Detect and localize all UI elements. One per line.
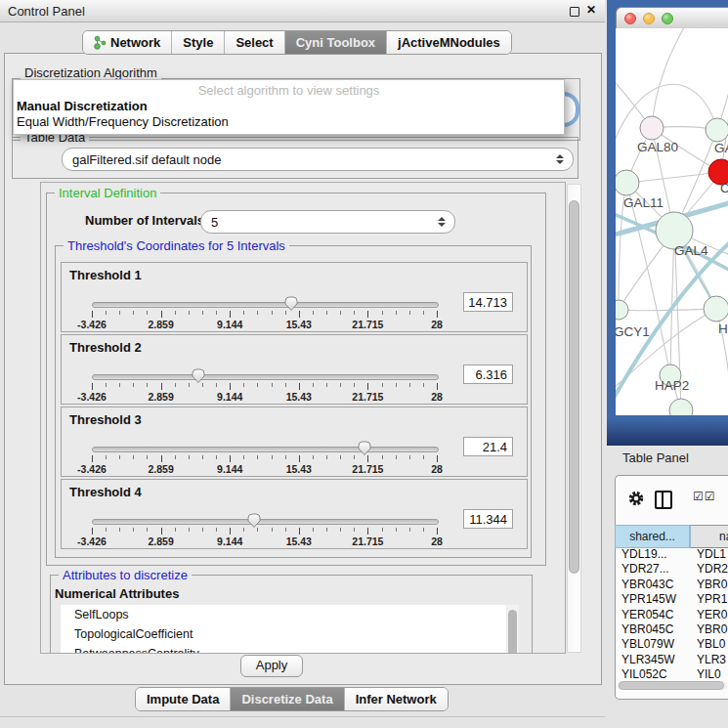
slider-tick xyxy=(285,383,286,387)
table-row[interactable]: YPR145WYPR1 xyxy=(616,592,728,607)
cell-shared-name[interactable]: YPR145W xyxy=(616,592,689,607)
cell-name[interactable]: YDL1 xyxy=(689,547,726,562)
attributes-scrollbar-thumb[interactable] xyxy=(508,610,517,654)
slider-track[interactable] xyxy=(92,302,439,308)
table-horizontal-scrollbar-thumb[interactable] xyxy=(619,681,724,690)
threshold-value-field[interactable]: 11.344 xyxy=(463,509,513,529)
cell-name[interactable]: YIL0 xyxy=(689,667,721,679)
slider-track[interactable] xyxy=(92,447,439,452)
slider-tick xyxy=(147,455,148,459)
cell-shared-name[interactable]: YBR045C xyxy=(616,622,689,637)
slider-tick xyxy=(409,311,410,315)
table-row[interactable]: YDL19...YDL1 xyxy=(616,547,728,562)
cell-shared-name[interactable]: YBL079W xyxy=(616,637,689,652)
slider-tick xyxy=(396,455,397,459)
table-data-combobox[interactable]: galFiltered.sif default node xyxy=(62,148,574,171)
cell-shared-name[interactable]: YLR345W xyxy=(616,653,689,667)
slider-thumb[interactable] xyxy=(283,295,299,312)
slider-tick xyxy=(230,455,231,462)
tab-jactivemnodules[interactable]: jActiveMNodules xyxy=(387,31,511,54)
attributes-scrollbar[interactable] xyxy=(507,605,519,654)
traffic-light-zoom-icon[interactable] xyxy=(662,13,673,24)
cell-name[interactable]: YER0 xyxy=(689,608,727,622)
table-row[interactable]: YLR345WYLR3 xyxy=(616,653,728,667)
threshold-value-field[interactable]: 14.713 xyxy=(463,292,513,312)
table-row[interactable]: YBL079WYBL0 xyxy=(616,637,728,652)
table-row[interactable]: YBR043CYBR0 xyxy=(616,578,728,592)
attribute-list-item[interactable]: BetweennessCentrality xyxy=(61,644,506,654)
combo-spinner-icon xyxy=(437,217,446,227)
slider-tick xyxy=(313,455,314,459)
slider-tick xyxy=(367,528,368,535)
slider-thumb[interactable] xyxy=(357,440,372,456)
network-window-frame-shade xyxy=(607,418,728,446)
tab-style[interactable]: Style xyxy=(172,31,225,54)
network-window-titlebar[interactable] xyxy=(616,7,728,30)
slider-tick xyxy=(133,311,134,315)
slider-track[interactable] xyxy=(92,374,439,380)
slider-tick xyxy=(437,383,438,390)
number-of-intervals-label: Number of Intervals xyxy=(85,213,204,228)
interval-definition-group: Interval Definition Number of Intervals … xyxy=(46,193,546,566)
traffic-light-minimize-icon[interactable] xyxy=(643,13,655,24)
algorithm-option-1[interactable]: Manual Discretization xyxy=(17,99,148,113)
cell-shared-name[interactable]: YBR043C xyxy=(616,578,689,592)
slider-track[interactable] xyxy=(92,519,439,525)
float-window-icon[interactable] xyxy=(570,7,579,17)
cell-shared-name[interactable]: YIL052C xyxy=(616,667,689,679)
cell-name[interactable]: YDR2 xyxy=(689,562,728,577)
table-horizontal-scrollbar[interactable] xyxy=(618,681,727,690)
tab-network[interactable]: Network xyxy=(83,31,172,54)
slider-thumb[interactable] xyxy=(191,367,206,384)
interval-definition-title: Interval Definition xyxy=(55,186,160,200)
apply-button[interactable]: Apply xyxy=(240,655,303,677)
slider-tick xyxy=(382,528,383,532)
cell-name[interactable]: YPR1 xyxy=(689,592,727,607)
column-header-shared-name[interactable]: shared... xyxy=(616,526,690,547)
panel-scrollbar-thumb[interactable] xyxy=(569,200,579,574)
tab-cyni-toolbox[interactable]: Cyni Toolbox xyxy=(285,31,387,54)
slider-tick xyxy=(216,383,217,387)
close-icon[interactable]: ✕ xyxy=(586,3,596,17)
bottom-tab-discretize-data[interactable]: Discretize Data xyxy=(231,688,344,710)
bottom-tab-infer-network[interactable]: Infer Network xyxy=(345,688,448,710)
panel-scrollbar[interactable] xyxy=(567,184,581,653)
table-row[interactable]: YER054CYER0 xyxy=(616,608,728,622)
slider-tick xyxy=(133,528,134,532)
cell-name[interactable]: YBR0 xyxy=(689,578,727,592)
slider-tick xyxy=(423,528,424,532)
threshold-2-box: Threshold 2-3.4262.8599.14415.4321.71528… xyxy=(61,334,528,405)
cell-name[interactable]: YBL0 xyxy=(689,637,725,652)
slider-thumb[interactable] xyxy=(246,512,262,529)
algorithm-placeholder-option[interactable]: Select algorithm to view settings xyxy=(14,83,564,98)
numerical-attributes-list[interactable]: SelfLoopsTopologicalCoefficientBetweenne… xyxy=(61,605,506,654)
cell-name[interactable]: YBR0 xyxy=(689,622,727,637)
network-canvas[interactable]: GAL80GACGAL11GAL4GCY1HHAP2 xyxy=(616,28,728,415)
slider-tick xyxy=(437,528,438,535)
slider-tick xyxy=(257,455,258,459)
split-columns-icon[interactable] xyxy=(655,491,672,509)
slider-tick xyxy=(216,311,217,315)
attribute-list-item[interactable]: SelfLoops xyxy=(61,605,506,624)
threshold-value-field[interactable]: 21.4 xyxy=(463,437,513,456)
table-row[interactable]: YDR27...YDR2 xyxy=(616,562,728,577)
tab-select[interactable]: Select xyxy=(225,31,284,54)
cell-shared-name[interactable]: YDL19... xyxy=(616,547,689,562)
traffic-light-close-icon[interactable] xyxy=(624,13,636,24)
slider-tick xyxy=(326,383,327,387)
threshold-value-field[interactable]: 6.316 xyxy=(463,364,513,384)
checkbox-columns-icon[interactable]: ☑☑ xyxy=(693,490,716,503)
cell-name[interactable]: YLR3 xyxy=(689,653,726,667)
number-of-intervals-combobox[interactable]: 5 xyxy=(200,210,455,234)
slider-tick xyxy=(161,311,162,318)
cell-shared-name[interactable]: YDR27... xyxy=(616,562,689,577)
table-row[interactable]: YBR045CYBR0 xyxy=(616,622,728,637)
bottom-tab-impute-data[interactable]: Impute Data xyxy=(136,688,231,710)
slider-tick xyxy=(326,528,327,532)
gear-icon[interactable] xyxy=(627,490,645,507)
column-header-name[interactable]: name xyxy=(690,526,728,547)
cell-shared-name[interactable]: YER054C xyxy=(616,608,689,622)
algorithm-option-2[interactable]: Equal Width/Frequency Discretization xyxy=(17,114,229,129)
table-row[interactable]: YIL052CYIL0 xyxy=(616,667,728,679)
attribute-list-item[interactable]: TopologicalCoefficient xyxy=(61,624,506,644)
